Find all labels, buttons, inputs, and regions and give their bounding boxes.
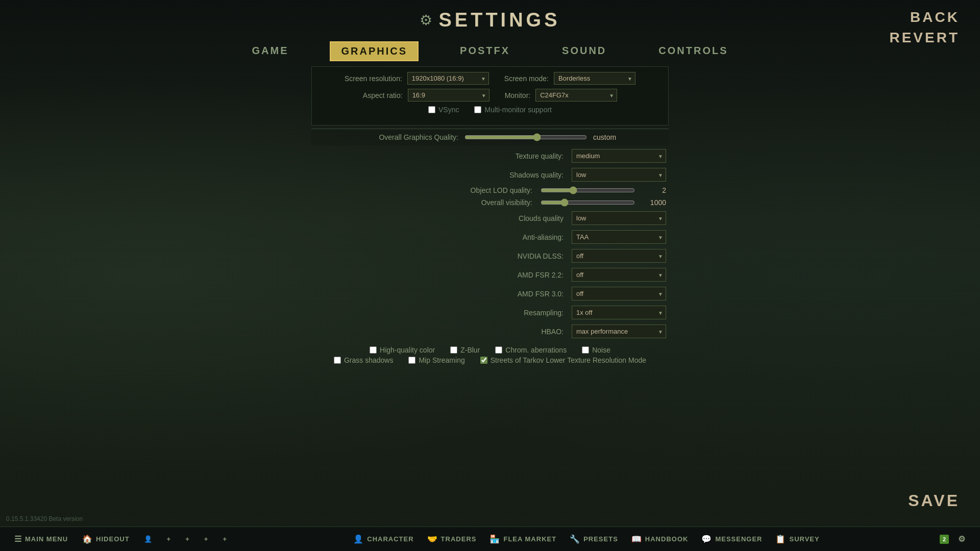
overall-quality-value: custom	[593, 133, 624, 141]
texture-quality-select-wrapper: low medium high ultra	[572, 149, 666, 163]
texture-quality-label: Texture quality:	[482, 152, 564, 160]
high-quality-color-label[interactable]: High-quality color	[370, 346, 435, 354]
hideout-slot-3[interactable]: +	[179, 532, 196, 546]
aspect-ratio-group: Aspect ratio: 16:9 21:9 4:3	[363, 89, 489, 102]
messenger-button[interactable]: 💬 MESSENGER	[695, 531, 768, 547]
main-menu-button[interactable]: ☰ MAIN MENU	[8, 531, 74, 547]
chrom-aberrations-label[interactable]: Chrom. aberrations	[495, 346, 567, 354]
noise-checkbox[interactable]	[582, 346, 589, 354]
hideout-button[interactable]: 🏠 HIDEOUT	[76, 531, 136, 547]
texture-quality-select[interactable]: low medium high ultra	[572, 149, 666, 163]
save-button[interactable]: SAVE	[908, 491, 960, 510]
vsync-checkbox[interactable]	[428, 106, 435, 113]
flea-market-label: FLEA MARKET	[503, 535, 556, 543]
page-header: ⚙ SETTINGS	[0, 0, 980, 31]
aspect-ratio-label: Aspect ratio:	[363, 91, 403, 99]
hideout-slot-5-icon: +	[223, 535, 227, 543]
multi-monitor-checkbox-label[interactable]: Multi-monitor support	[474, 106, 552, 114]
chrom-aberrations-checkbox[interactable]	[495, 346, 502, 354]
mip-streaming-checkbox[interactable]	[408, 357, 415, 364]
high-quality-color-text: High-quality color	[380, 346, 435, 354]
notification-badge: 2	[940, 535, 949, 544]
overall-visibility-row: Overall visibility: 1000	[304, 196, 676, 209]
checkbox-row-1: High-quality color Z-Blur Chrom. aberrat…	[304, 346, 676, 354]
z-blur-label[interactable]: Z-Blur	[450, 346, 480, 354]
clouds-quality-select[interactable]: off low medium high	[572, 211, 666, 225]
amd-fsr22-select[interactable]: off Performance Balanced Quality	[572, 268, 666, 282]
mip-streaming-text: Mip Streaming	[419, 356, 464, 364]
character-label: CHARACTER	[367, 535, 413, 543]
object-lod-slider[interactable]	[541, 186, 635, 194]
back-button[interactable]: BACK	[910, 9, 960, 26]
chrom-aberrations-text: Chrom. aberrations	[505, 346, 567, 354]
z-blur-checkbox[interactable]	[450, 346, 457, 354]
hideout-slot-4-icon: +	[204, 535, 209, 543]
nvidia-dlss-select[interactable]: off Performance Balanced Quality	[572, 249, 666, 263]
hbao-select[interactable]: off max performance quality high quality	[572, 324, 666, 338]
streets-lower-texture-checkbox[interactable]	[480, 357, 487, 364]
screen-mode-select-wrapper: Borderless Fullscreen Windowed	[554, 72, 635, 85]
handbook-label: HANDBOOK	[645, 535, 689, 543]
hbao-select-wrapper: off max performance quality high quality	[572, 324, 666, 338]
multi-monitor-checkbox[interactable]	[474, 106, 481, 113]
grass-shadows-label[interactable]: Grass shadows	[334, 356, 393, 364]
vsync-checkbox-label[interactable]: VSync	[428, 106, 459, 114]
tab-controls[interactable]: CONTROLS	[648, 41, 739, 61]
character-icon: 👤	[353, 534, 364, 544]
screen-resolution-select[interactable]: 980x551 (16:9) 2560x1440 (16:9) 3840x2…	[407, 72, 489, 85]
shadows-quality-label: Shadows quality:	[482, 171, 564, 179]
hideout-slot-1[interactable]: 👤	[138, 532, 159, 546]
presets-label: PRESETS	[583, 535, 618, 543]
aspect-ratio-select[interactable]: 16:9 21:9 4:3	[408, 89, 489, 102]
taskbar-center: 👤 CHARACTER 🤝 TRADERS 🏪 FLEA MARKET 🔧 PR…	[347, 531, 825, 547]
quality-settings-scroll[interactable]: Texture quality: low medium high ultra S…	[304, 146, 676, 341]
tab-sound[interactable]: SOUND	[551, 41, 617, 61]
screen-mode-select[interactable]: Borderless Fullscreen Windowed	[554, 72, 635, 85]
screen-resolution-select-wrapper: 980x551 (16:9) 2560x1440 (16:9) 3840x2…	[407, 72, 489, 85]
tab-graphics[interactable]: GRAPHICS	[330, 41, 419, 61]
revert-button[interactable]: REVERT	[889, 30, 960, 46]
amd-fsr30-label: AMD FSR 3.0:	[482, 290, 564, 298]
clouds-quality-row: Clouds quality off low medium high	[304, 209, 676, 228]
object-lod-label: Object LOD quality:	[451, 186, 532, 194]
character-button[interactable]: 👤 CHARACTER	[347, 531, 420, 547]
hideout-slot-2[interactable]: +	[161, 532, 178, 546]
monitor-select[interactable]: C24FG7x	[535, 89, 617, 102]
anti-aliasing-select-wrapper: off FXAA TAA	[572, 230, 666, 244]
hideout-slot-5[interactable]: +	[216, 532, 233, 546]
flea-market-icon: 🏪	[489, 534, 500, 544]
resampling-select[interactable]: 1x off 0.5x 0.75x 1.5x	[572, 306, 666, 319]
hideout-slot-2-icon: +	[167, 535, 172, 543]
tab-game[interactable]: GAME	[241, 41, 299, 61]
high-quality-color-checkbox[interactable]	[370, 346, 377, 354]
survey-button[interactable]: 📋 SURVEY	[769, 531, 825, 547]
noise-text: Noise	[592, 346, 610, 354]
checkbox-row-2: Grass shadows Mip Streaming Streets of T…	[304, 356, 676, 364]
mip-streaming-label[interactable]: Mip Streaming	[408, 356, 464, 364]
anti-aliasing-row: Anti-aliasing: off FXAA TAA	[304, 228, 676, 246]
amd-fsr22-row: AMD FSR 2.2: off Performance Balanced Qu…	[304, 265, 676, 284]
tab-postfx[interactable]: POSTFX	[449, 41, 521, 61]
flea-market-button[interactable]: 🏪 FLEA MARKET	[483, 531, 562, 547]
overall-visibility-slider[interactable]	[541, 198, 635, 207]
screen-mode-label: Screen mode:	[504, 74, 549, 83]
hideout-icon: 🏠	[82, 534, 93, 544]
screen-mode-group: Screen mode: Borderless Fullscreen Windo…	[504, 72, 635, 85]
anti-aliasing-select[interactable]: off FXAA TAA	[572, 230, 666, 244]
z-blur-text: Z-Blur	[460, 346, 480, 354]
traders-button[interactable]: 🤝 TRADERS	[421, 531, 483, 547]
presets-button[interactable]: 🔧 PRESETS	[564, 531, 624, 547]
amd-fsr30-row: AMD FSR 3.0: off Performance Balanced Qu…	[304, 284, 676, 303]
grass-shadows-checkbox[interactable]	[334, 357, 341, 364]
handbook-button[interactable]: 📖 HANDBOOK	[625, 531, 695, 547]
streets-lower-texture-label[interactable]: Streets of Tarkov Lower Texture Resoluti…	[480, 356, 646, 364]
overall-quality-slider[interactable]	[464, 133, 587, 141]
hideout-slot-4[interactable]: +	[198, 532, 215, 546]
taskbar-right: 2 ⚙	[940, 531, 972, 547]
shadows-quality-select[interactable]: low medium high ultra	[572, 168, 666, 182]
main-menu-label: MAIN MENU	[25, 535, 68, 543]
clouds-quality-select-wrapper: off low medium high	[572, 211, 666, 225]
settings-taskbar-button[interactable]: ⚙	[952, 531, 972, 547]
noise-label[interactable]: Noise	[582, 346, 610, 354]
amd-fsr30-select[interactable]: off Performance Balanced Quality	[572, 287, 666, 300]
